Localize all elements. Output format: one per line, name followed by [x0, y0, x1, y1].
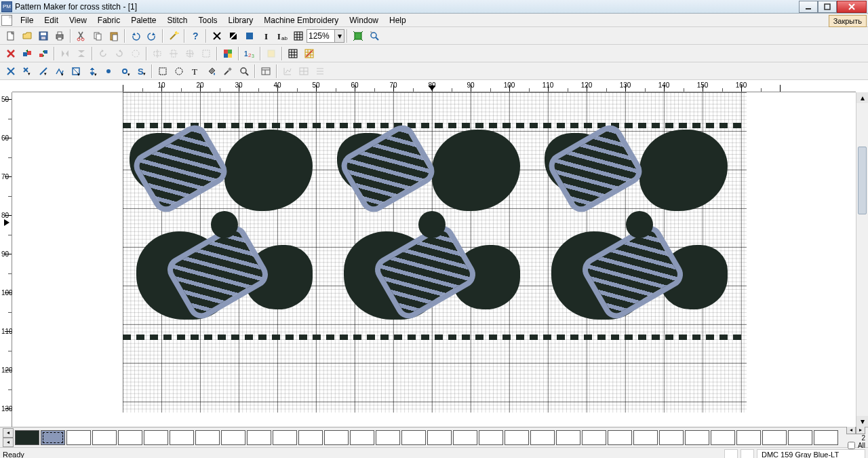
scroll-thumb[interactable] — [858, 147, 867, 214]
menu-fabric[interactable]: Fabric — [92, 14, 125, 26]
menu-tools[interactable]: Tools — [193, 14, 223, 26]
text-tool-button[interactable]: T — [187, 64, 203, 79]
cut-button[interactable] — [73, 28, 90, 43]
scroll-up-button[interactable]: ▴ — [856, 92, 868, 103]
undo-button[interactable] — [127, 28, 144, 43]
swatch-empty[interactable] — [350, 430, 374, 445]
copy-button[interactable] — [90, 28, 106, 43]
menu-palette[interactable]: Palette — [125, 14, 161, 26]
help-button[interactable]: ? — [187, 28, 203, 43]
menu-file[interactable]: File — [15, 14, 39, 26]
swatch-empty[interactable] — [711, 430, 735, 445]
swatch-empty[interactable] — [195, 430, 220, 445]
info2-button[interactable]: Iab — [274, 28, 290, 43]
swatch-empty[interactable] — [788, 430, 812, 445]
swatch-empty[interactable] — [479, 430, 503, 445]
stitch-full-button[interactable] — [3, 64, 19, 79]
ruler-h-marker[interactable] — [429, 85, 435, 91]
swatch-empty[interactable] — [814, 430, 838, 445]
replace-color-button[interactable] — [19, 46, 35, 61]
stitch-french-button[interactable]: ▾ — [84, 64, 100, 79]
zoom-dropdown-arrow[interactable]: ▾ — [334, 30, 344, 42]
swatch-empty[interactable] — [659, 430, 684, 445]
zoom-input[interactable] — [307, 31, 334, 41]
menu-help[interactable]: Help — [384, 14, 412, 26]
select-ellipse-button[interactable] — [171, 64, 187, 79]
palette-colors-button[interactable] — [220, 46, 236, 61]
grid-yellow-button[interactable] — [301, 46, 317, 61]
zoom-tool-button[interactable] — [236, 64, 252, 79]
save-button[interactable] — [35, 28, 52, 43]
swatch-0[interactable] — [15, 430, 39, 445]
stitch-petite-button[interactable]: ▾ — [68, 64, 84, 79]
stitch-special-button[interactable]: ▾ — [117, 64, 133, 79]
swatch-empty[interactable] — [633, 430, 658, 445]
half-stitch-button[interactable] — [225, 28, 241, 43]
swatch-empty[interactable] — [66, 430, 91, 445]
swatch-empty[interactable] — [736, 430, 761, 445]
swatch-empty[interactable] — [685, 430, 709, 445]
stitch-quarter-button[interactable]: ▾ — [35, 64, 52, 79]
swatch-empty[interactable] — [401, 430, 426, 445]
menu-window[interactable]: Window — [344, 14, 384, 26]
grid-toggle-button[interactable] — [290, 28, 307, 43]
swatch-empty[interactable] — [762, 430, 787, 445]
paste-button[interactable] — [106, 28, 122, 43]
fit-button[interactable] — [350, 28, 366, 43]
canvas-viewport[interactable] — [12, 92, 856, 427]
canvas[interactable] — [12, 92, 856, 427]
swatch-empty[interactable] — [376, 430, 400, 445]
eyedropper-button[interactable] — [220, 64, 236, 79]
new-button[interactable] — [3, 28, 19, 43]
swatch-empty[interactable] — [298, 430, 323, 445]
swatch-empty[interactable] — [273, 430, 297, 445]
menu-library[interactable]: Library — [223, 14, 259, 26]
palette-scroll-right[interactable]: ▸ — [856, 426, 865, 434]
stitch-half-button[interactable]: ▾ — [19, 64, 35, 79]
print-button[interactable] — [52, 28, 68, 43]
select-rect-button[interactable] — [155, 64, 171, 79]
swatch-empty[interactable] — [427, 430, 452, 445]
swatch-empty[interactable] — [453, 430, 477, 445]
swatch-empty[interactable] — [92, 430, 117, 445]
palette-nav-left[interactable]: ◂◂ — [3, 428, 14, 447]
swatch-empty[interactable] — [582, 430, 606, 445]
palette-all-checkbox[interactable] — [848, 442, 855, 449]
swap-color-button[interactable] — [35, 46, 52, 61]
maximize-button[interactable] — [818, 1, 837, 13]
info-button[interactable]: I — [258, 28, 274, 43]
swatch-empty[interactable] — [221, 430, 245, 445]
zoom-area-button[interactable] — [366, 28, 382, 43]
symbols-button[interactable]: 123 — [241, 46, 258, 61]
palette-scroll-left[interactable]: ◂ — [846, 426, 856, 434]
menu-edit[interactable]: Edit — [39, 14, 64, 26]
stitch-bead-button[interactable] — [100, 64, 117, 79]
menu-view[interactable]: View — [64, 14, 92, 26]
swatch-empty[interactable] — [324, 430, 349, 445]
swatch-empty[interactable] — [530, 430, 555, 445]
open-button[interactable] — [19, 28, 35, 43]
redo-button[interactable] — [144, 28, 160, 43]
menu-machine-embroidery[interactable]: Machine Embroidery — [258, 14, 344, 26]
close-button[interactable] — [837, 1, 867, 13]
swatch-empty[interactable] — [144, 430, 168, 445]
stitch-s-button[interactable]: S▾ — [133, 64, 149, 79]
swatch-empty[interactable] — [170, 430, 194, 445]
swatch-1[interactable] — [41, 430, 65, 445]
ruler-v-marker[interactable] — [4, 219, 9, 226]
scrollbar-vertical[interactable]: ▴ ▾ — [856, 92, 868, 427]
full-stitch-button[interactable] — [209, 28, 225, 43]
swatch-empty[interactable] — [118, 430, 142, 445]
layout-button[interactable] — [258, 64, 274, 79]
stitch-back-button[interactable]: ▾ — [52, 64, 68, 79]
menu-stitch[interactable]: Stitch — [162, 14, 193, 26]
fill-tool-button[interactable] — [203, 64, 220, 79]
swatch-empty[interactable] — [608, 430, 632, 445]
swatch-empty[interactable] — [247, 430, 271, 445]
zoom-combo[interactable]: ▾ — [307, 29, 344, 43]
wizard-button[interactable] — [165, 28, 182, 43]
swatch-empty[interactable] — [505, 430, 529, 445]
swatch-empty[interactable] — [556, 430, 580, 445]
delete-button[interactable] — [3, 46, 19, 61]
mdi-close-button[interactable]: Закрыть — [829, 15, 867, 27]
